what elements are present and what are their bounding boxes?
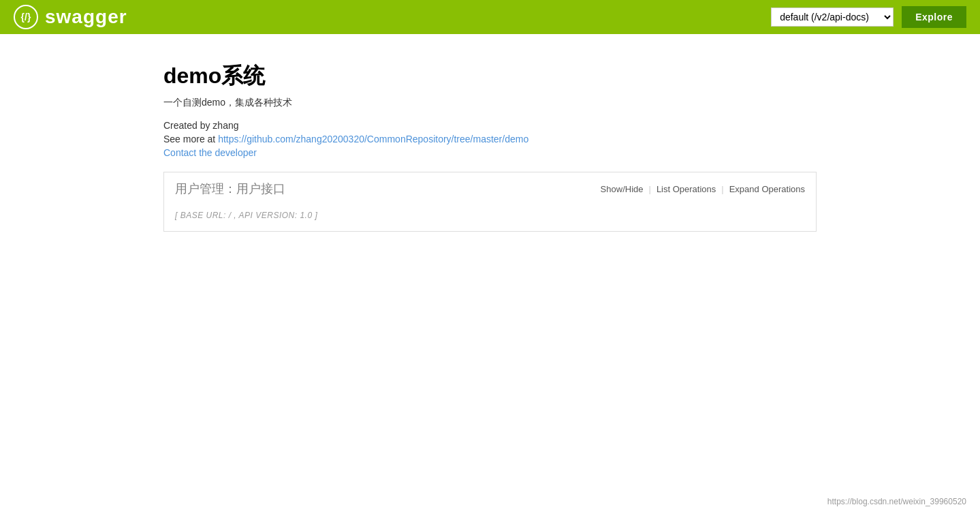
divider-1: |: [648, 184, 650, 194]
api-section-title: 用户管理：用户接口: [175, 181, 285, 197]
api-base-info: [ BASE URL: / , API VERSION: 1.0 ]: [164, 205, 816, 231]
main-content: demo系统 一个自测demo，集成各种技术 Created by zhang …: [0, 34, 980, 259]
list-operations-link[interactable]: List Operations: [657, 184, 716, 194]
base-url-content: BASE URL: / , API VERSION: 1.0: [180, 211, 313, 220]
api-section-actions: Show/Hide | List Operations | Expand Ope…: [601, 184, 805, 194]
header-left: {/} swagger: [14, 5, 127, 29]
see-more-link[interactable]: https://github.com/zhang20200320/CommonR…: [218, 134, 528, 144]
api-section-header: 用户管理：用户接口 Show/Hide | List Operations | …: [164, 172, 816, 205]
footer: https://blog.csdn.net/weixin_39960520: [827, 497, 966, 506]
base-url-text: [: [175, 211, 180, 220]
divider-2: |: [721, 184, 723, 194]
app-description: 一个自测demo，集成各种技术: [163, 97, 817, 109]
contact-developer-link[interactable]: Contact the developer: [163, 147, 817, 158]
see-more: See more at https://github.com/zhang2020…: [163, 134, 817, 144]
swagger-title: swagger: [45, 6, 127, 28]
header-right: default (/v2/api-docs) Explore: [771, 6, 966, 28]
swagger-logo-icon: {/}: [14, 5, 38, 29]
base-url-bracket: ]: [313, 211, 318, 220]
api-selector[interactable]: default (/v2/api-docs): [771, 7, 894, 27]
show-hide-link[interactable]: Show/Hide: [601, 184, 644, 194]
see-more-text: See more at: [163, 134, 218, 144]
expand-operations-link[interactable]: Expand Operations: [729, 184, 805, 194]
watermark-text: https://blog.csdn.net/weixin_39960520: [827, 497, 966, 506]
explore-button[interactable]: Explore: [902, 6, 966, 28]
header: {/} swagger default (/v2/api-docs) Explo…: [0, 0, 980, 34]
created-by: Created by zhang: [163, 120, 817, 131]
app-title: demo系统: [163, 61, 817, 91]
api-section: 用户管理：用户接口 Show/Hide | List Operations | …: [163, 172, 817, 232]
